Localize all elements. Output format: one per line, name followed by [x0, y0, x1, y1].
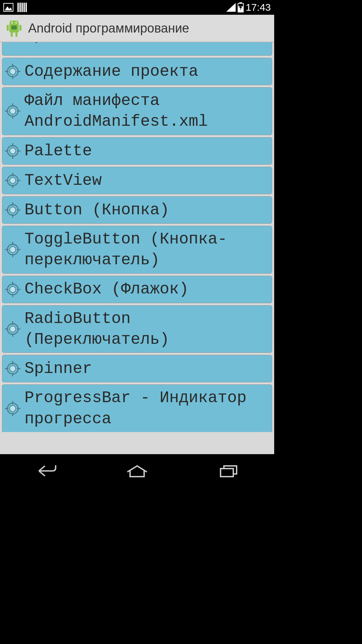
home-button[interactable] [122, 463, 152, 479]
back-button[interactable] [31, 463, 61, 479]
list-item-label: RadioButton (Переключатель) [24, 308, 270, 350]
list-item[interactable]: ToggleButton (Кнопка-переключатель) [2, 226, 272, 274]
svg-rect-6 [25, 3, 27, 12]
svg-rect-14 [7, 25, 9, 31]
status-time: 17:43 [246, 2, 271, 13]
list-item[interactable]: TextView [2, 167, 272, 194]
svg-point-70 [10, 366, 16, 372]
list-item[interactable]: Button (Кнопка) [2, 196, 272, 224]
list-item[interactable]: Содержание проекта [2, 58, 272, 85]
svg-rect-3 [19, 3, 21, 12]
svg-rect-4 [21, 3, 23, 12]
svg-point-64 [10, 326, 16, 332]
app-title: Android программирование [28, 21, 189, 36]
svg-rect-16 [11, 32, 13, 37]
status-bar: 17:43 [0, 0, 274, 15]
android-logo-icon [5, 19, 23, 38]
svg-rect-81 [221, 469, 233, 477]
app-bar: Android программирование [0, 15, 274, 42]
recent-icon [219, 464, 239, 478]
list-item[interactable]: проекта [2, 42, 272, 56]
list-item-label: CheckBox (Флажок) [24, 279, 189, 300]
image-icon [3, 3, 13, 12]
status-left [3, 3, 27, 12]
status-right: 17:43 [226, 2, 271, 13]
svg-rect-2 [17, 3, 19, 12]
target-icon [4, 202, 21, 218]
svg-point-19 [15, 22, 17, 23]
list-item-label: Файл манифеста AndroidManifest.xml [24, 90, 270, 132]
svg-point-46 [10, 207, 16, 213]
list-item-label: TextView [24, 170, 102, 191]
content-list[interactable]: проекта Содержание проекта Файл манифест… [0, 42, 274, 454]
target-icon [4, 241, 21, 258]
battery-charging-icon [238, 2, 244, 12]
target-icon [4, 281, 21, 298]
svg-point-76 [10, 406, 16, 412]
target-icon [4, 172, 21, 189]
nav-bar [0, 454, 274, 488]
list-item-label: Содержание проекта [24, 61, 198, 82]
target-icon [4, 321, 21, 337]
back-icon [32, 464, 59, 478]
svg-point-22 [10, 68, 16, 74]
list-item-label: ToggleButton (Кнопка-переключатель) [24, 229, 270, 271]
svg-marker-7 [226, 3, 236, 12]
svg-point-18 [11, 22, 13, 23]
list-item[interactable]: Файл манифеста AndroidManifest.xml [2, 87, 272, 135]
svg-point-40 [10, 177, 16, 183]
target-icon [4, 360, 21, 377]
list-item-label: Button (Кнопка) [24, 200, 169, 220]
target-icon [4, 103, 21, 119]
svg-point-28 [10, 108, 16, 114]
list-item[interactable]: RadioButton (Переключатель) [2, 305, 272, 353]
list-item[interactable]: Spinner [2, 355, 272, 382]
list-item-label: Palette [24, 141, 92, 161]
list-item[interactable]: CheckBox (Флажок) [2, 276, 272, 303]
svg-rect-20 [11, 25, 17, 30]
svg-point-58 [10, 286, 16, 292]
target-icon [4, 143, 21, 159]
svg-point-34 [10, 148, 16, 154]
list-item-label: проекта [4, 42, 92, 46]
list-item[interactable]: Palette [2, 137, 272, 165]
svg-rect-5 [23, 3, 25, 12]
svg-rect-15 [19, 25, 21, 31]
list-item-label: ProgressBar - Индикатор прогресса [24, 387, 270, 429]
svg-point-52 [10, 247, 16, 253]
target-icon [4, 400, 21, 417]
signal-icon [226, 3, 236, 12]
target-icon [4, 63, 21, 80]
barcode-icon [17, 3, 27, 12]
svg-marker-1 [5, 6, 12, 10]
list-item[interactable]: ProgressBar - Индикатор прогресса [2, 384, 272, 432]
svg-rect-17 [15, 32, 17, 37]
recent-apps-button[interactable] [214, 463, 244, 479]
list-item-label: Spinner [24, 358, 92, 379]
home-icon [125, 464, 149, 478]
